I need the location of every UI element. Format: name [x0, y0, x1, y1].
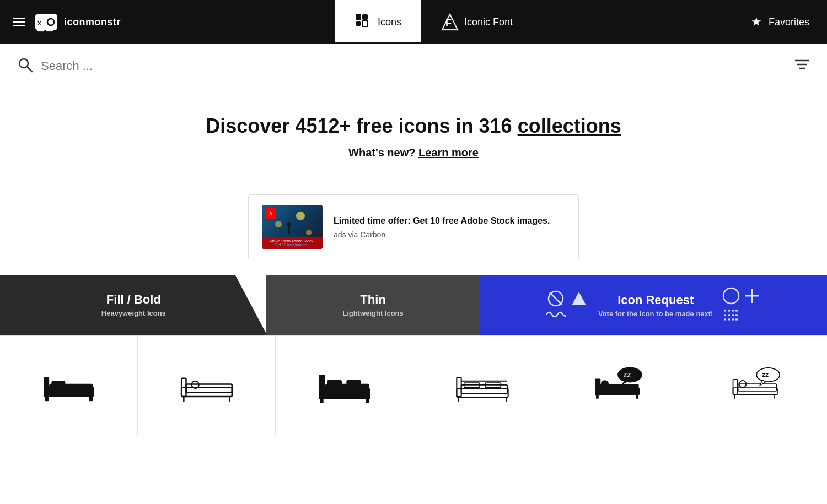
bed-fill-1-svg: [41, 366, 96, 405]
tab-icons[interactable]: Icons: [335, 0, 421, 44]
bed-sleep-thin-svg: ZZ: [731, 366, 786, 405]
thin-button[interactable]: Thin Lightweight Icons: [266, 275, 480, 335]
svg-rect-45: [327, 380, 342, 388]
svg-point-24: [723, 288, 739, 304]
ad-banner[interactable]: A Make it with Adobe Stock.Get 10 free i…: [248, 194, 579, 259]
svg-rect-61: [595, 378, 600, 395]
svg-marker-23: [572, 292, 586, 305]
svg-point-18: [306, 230, 312, 235]
fill-bold-button[interactable]: Fill / Bold Heavyweight Icons: [0, 275, 267, 335]
svg-text:ZZ: ZZ: [623, 372, 631, 378]
svg-line-22: [550, 292, 562, 305]
learn-more-link[interactable]: Learn more: [418, 147, 479, 159]
hero-section: Discover 4512+ free icons in 316 collect…: [0, 88, 827, 179]
svg-rect-50: [457, 388, 508, 398]
logo-icon: x: [34, 10, 58, 34]
svg-rect-3: [356, 14, 361, 20]
iconic-font-tab-icon: F: [441, 13, 459, 31]
svg-point-17: [275, 221, 282, 227]
main-header: x iconmonstr Icons: [0, 0, 827, 44]
svg-text:F: F: [445, 18, 452, 29]
filter-icon[interactable]: [795, 59, 809, 73]
ad-via: ads via Carbon: [334, 230, 565, 239]
thin-label: Thin: [360, 293, 385, 306]
fill-bold-label: Fill / Bold: [106, 293, 161, 306]
svg-rect-31: [44, 377, 49, 397]
lines-icon: [722, 307, 740, 324]
search-input[interactable]: [41, 59, 795, 73]
header-left: x iconmonstr: [0, 0, 134, 44]
svg-rect-6: [362, 21, 368, 26]
fill-bold-sublabel: Heavyweight Icons: [101, 309, 166, 317]
svg-point-20: [287, 222, 292, 226]
svg-rect-38: [186, 384, 232, 393]
bed-fill-2-svg: [317, 366, 372, 405]
icon-request-button[interactable]: Icon Request Vote for the icon to be mad…: [480, 275, 827, 335]
ad-image: A Make it with Adobe Stock.Get 10 free i…: [262, 205, 323, 249]
circle-stripe-icon: [545, 290, 566, 307]
svg-text:ZZ: ZZ: [762, 372, 769, 378]
svg-marker-74: [760, 380, 766, 386]
svg-rect-62: [595, 395, 598, 399]
svg-rect-48: [366, 398, 369, 403]
logo-text: iconmonstr: [64, 17, 121, 28]
svg-rect-35: [89, 395, 93, 401]
bed-sleep-1-svg: ZZ: [593, 366, 648, 405]
wave-icon: [545, 309, 566, 320]
svg-line-12: [27, 67, 32, 72]
icon-bed-fill-1[interactable]: [0, 336, 138, 435]
icons-tab-icon: [355, 13, 372, 31]
request-text: Icon Request Vote for the icon to be mad…: [598, 293, 713, 318]
circle-outline-icon: [722, 286, 740, 305]
ad-title: Limited time offer: Get 10 free Adobe St…: [334, 215, 565, 227]
svg-point-16: [296, 212, 305, 220]
favorites-button[interactable]: ★ Favorites: [733, 0, 827, 44]
triangle-icon: [568, 290, 589, 307]
request-sublabel: Vote for the icon to be made next!: [598, 310, 713, 318]
svg-rect-34: [45, 395, 49, 401]
favorites-label: Favorites: [769, 17, 809, 28]
star-icon: ★: [751, 15, 762, 29]
svg-rect-60: [600, 384, 638, 392]
nav-tabs: Icons F Iconic Font: [134, 0, 733, 44]
svg-text:x: x: [37, 19, 41, 27]
collections-link[interactable]: collections: [518, 115, 621, 137]
plus-icon: [743, 286, 761, 305]
svg-rect-63: [636, 395, 638, 399]
svg-rect-47: [320, 398, 324, 403]
svg-rect-4: [362, 14, 368, 20]
style-selector: Fill / Bold Heavyweight Icons Thin Light…: [0, 275, 827, 335]
hamburger-menu-button[interactable]: [13, 18, 25, 26]
request-label: Icon Request: [598, 293, 713, 307]
tab-iconic-font[interactable]: F Iconic Font: [421, 0, 533, 44]
icon-bed-sleep-1[interactable]: ZZ: [551, 336, 689, 435]
svg-rect-70: [733, 380, 738, 395]
ad-overlay-text: Make it with Adobe Stock.Get 10 free ima…: [262, 237, 323, 249]
bed-thin-1-svg: [179, 366, 234, 405]
thin-sublabel: Lightweight Icons: [342, 309, 404, 317]
bed-thin-2-svg: [455, 366, 510, 405]
svg-rect-5: [356, 21, 361, 26]
svg-rect-19: [288, 226, 290, 234]
hero-subtitle: What's new? Learn more: [13, 147, 814, 159]
logo-area[interactable]: x iconmonstr: [34, 10, 121, 34]
ad-content: Limited time offer: Get 10 free Adobe St…: [334, 215, 565, 239]
icon-bed-sleep-thin[interactable]: ZZ: [689, 336, 827, 435]
svg-rect-49: [457, 377, 461, 397]
request-decorative-icons: [545, 290, 589, 320]
tab-icons-label: Icons: [378, 17, 401, 28]
tab-iconic-font-label: Iconic Font: [464, 17, 513, 28]
icon-bed-thin-2[interactable]: [414, 336, 551, 435]
search-icon: [18, 57, 33, 75]
icons-grid: ZZ ZZ: [0, 335, 827, 435]
icon-bed-fill-2[interactable]: [276, 336, 414, 435]
blank-icon: [568, 309, 589, 320]
hero-title: Discover 4512+ free icons in 316 collect…: [13, 115, 814, 138]
request-decorative-icons-right: [722, 286, 761, 324]
svg-rect-33: [51, 381, 65, 388]
icon-bed-thin-1[interactable]: [138, 336, 276, 435]
svg-rect-46: [346, 380, 361, 388]
search-bar: [0, 44, 827, 88]
